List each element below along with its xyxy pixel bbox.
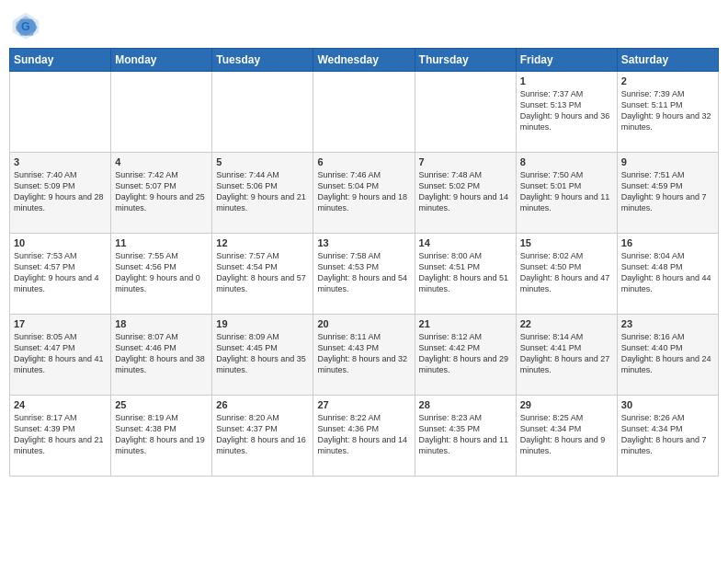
calendar-cell: 15Sunrise: 8:02 AM Sunset: 4:50 PM Dayli…	[516, 234, 617, 315]
calendar-cell: 1Sunrise: 7:37 AM Sunset: 5:13 PM Daylig…	[516, 72, 617, 153]
day-info: Sunrise: 7:42 AM Sunset: 5:07 PM Dayligh…	[115, 169, 208, 214]
day-info: Sunrise: 7:57 AM Sunset: 4:54 PM Dayligh…	[216, 250, 309, 295]
col-header-monday: Monday	[111, 49, 212, 72]
calendar-cell: 13Sunrise: 7:58 AM Sunset: 4:53 PM Dayli…	[313, 234, 415, 315]
logo: G	[9, 9, 46, 42]
calendar-cell: 28Sunrise: 8:23 AM Sunset: 4:35 PM Dayli…	[415, 396, 516, 477]
day-number: 20	[317, 318, 410, 329]
calendar-cell: 24Sunrise: 8:17 AM Sunset: 4:39 PM Dayli…	[10, 396, 111, 477]
day-info: Sunrise: 7:48 AM Sunset: 5:02 PM Dayligh…	[419, 169, 512, 214]
day-info: Sunrise: 8:20 AM Sunset: 4:37 PM Dayligh…	[216, 412, 309, 457]
day-number: 4	[115, 156, 208, 167]
calendar-cell: 22Sunrise: 8:14 AM Sunset: 4:41 PM Dayli…	[516, 315, 617, 396]
calendar-cell: 26Sunrise: 8:20 AM Sunset: 4:37 PM Dayli…	[212, 396, 313, 477]
day-number: 25	[115, 399, 208, 410]
calendar-cell: 11Sunrise: 7:55 AM Sunset: 4:56 PM Dayli…	[111, 234, 212, 315]
calendar-cell: 19Sunrise: 8:09 AM Sunset: 4:45 PM Dayli…	[212, 315, 313, 396]
col-header-friday: Friday	[516, 49, 617, 72]
day-number: 15	[520, 237, 613, 248]
day-number: 1	[520, 75, 613, 86]
calendar-cell: 27Sunrise: 8:22 AM Sunset: 4:36 PM Dayli…	[313, 396, 415, 477]
calendar-cell: 16Sunrise: 8:04 AM Sunset: 4:48 PM Dayli…	[617, 234, 718, 315]
day-info: Sunrise: 8:25 AM Sunset: 4:34 PM Dayligh…	[520, 412, 613, 457]
calendar-cell: 2Sunrise: 7:39 AM Sunset: 5:11 PM Daylig…	[617, 72, 718, 153]
day-number: 8	[520, 156, 613, 167]
day-number: 2	[621, 75, 714, 86]
col-header-sunday: Sunday	[10, 49, 111, 72]
day-number: 11	[115, 237, 208, 248]
day-number: 30	[621, 399, 714, 410]
day-number: 12	[216, 237, 309, 248]
day-number: 18	[115, 318, 208, 329]
calendar-cell	[313, 72, 415, 153]
day-info: Sunrise: 7:53 AM Sunset: 4:57 PM Dayligh…	[14, 250, 107, 295]
day-info: Sunrise: 7:37 AM Sunset: 5:13 PM Dayligh…	[520, 88, 613, 133]
day-info: Sunrise: 8:09 AM Sunset: 4:45 PM Dayligh…	[216, 331, 309, 376]
col-header-thursday: Thursday	[415, 49, 516, 72]
calendar-cell: 7Sunrise: 7:48 AM Sunset: 5:02 PM Daylig…	[415, 153, 516, 234]
day-info: Sunrise: 7:58 AM Sunset: 4:53 PM Dayligh…	[317, 250, 410, 295]
calendar-cell: 5Sunrise: 7:44 AM Sunset: 5:06 PM Daylig…	[212, 153, 313, 234]
day-info: Sunrise: 7:51 AM Sunset: 4:59 PM Dayligh…	[621, 169, 714, 214]
day-info: Sunrise: 8:12 AM Sunset: 4:42 PM Dayligh…	[419, 331, 512, 376]
day-number: 14	[419, 237, 512, 248]
day-number: 10	[14, 237, 107, 248]
day-number: 19	[216, 318, 309, 329]
day-info: Sunrise: 8:02 AM Sunset: 4:50 PM Dayligh…	[520, 250, 613, 295]
header: G	[9, 9, 719, 42]
day-info: Sunrise: 8:05 AM Sunset: 4:47 PM Dayligh…	[14, 331, 107, 376]
calendar-cell: 25Sunrise: 8:19 AM Sunset: 4:38 PM Dayli…	[111, 396, 212, 477]
calendar-table: SundayMondayTuesdayWednesdayThursdayFrid…	[9, 48, 719, 477]
col-header-wednesday: Wednesday	[313, 49, 415, 72]
col-header-saturday: Saturday	[617, 49, 718, 72]
day-info: Sunrise: 7:39 AM Sunset: 5:11 PM Dayligh…	[621, 88, 714, 133]
day-info: Sunrise: 8:26 AM Sunset: 4:34 PM Dayligh…	[621, 412, 714, 457]
day-number: 22	[520, 318, 613, 329]
day-number: 23	[621, 318, 714, 329]
calendar-cell: 30Sunrise: 8:26 AM Sunset: 4:34 PM Dayli…	[617, 396, 718, 477]
day-info: Sunrise: 8:14 AM Sunset: 4:41 PM Dayligh…	[520, 331, 613, 376]
calendar-cell: 20Sunrise: 8:11 AM Sunset: 4:43 PM Dayli…	[313, 315, 415, 396]
day-info: Sunrise: 8:19 AM Sunset: 4:38 PM Dayligh…	[115, 412, 208, 457]
col-header-tuesday: Tuesday	[212, 49, 313, 72]
day-number: 24	[14, 399, 107, 410]
day-info: Sunrise: 8:22 AM Sunset: 4:36 PM Dayligh…	[317, 412, 410, 457]
day-number: 13	[317, 237, 410, 248]
calendar-cell: 12Sunrise: 7:57 AM Sunset: 4:54 PM Dayli…	[212, 234, 313, 315]
calendar-cell: 3Sunrise: 7:40 AM Sunset: 5:09 PM Daylig…	[10, 153, 111, 234]
svg-text:G: G	[21, 20, 30, 33]
day-info: Sunrise: 8:17 AM Sunset: 4:39 PM Dayligh…	[14, 412, 107, 457]
calendar-cell	[111, 72, 212, 153]
day-info: Sunrise: 7:46 AM Sunset: 5:04 PM Dayligh…	[317, 169, 410, 214]
day-number: 17	[14, 318, 107, 329]
day-info: Sunrise: 7:40 AM Sunset: 5:09 PM Dayligh…	[14, 169, 107, 214]
calendar-cell	[415, 72, 516, 153]
day-number: 27	[317, 399, 410, 410]
day-number: 26	[216, 399, 309, 410]
day-number: 21	[419, 318, 512, 329]
calendar-cell: 6Sunrise: 7:46 AM Sunset: 5:04 PM Daylig…	[313, 153, 415, 234]
day-info: Sunrise: 8:16 AM Sunset: 4:40 PM Dayligh…	[621, 331, 714, 376]
day-info: Sunrise: 8:04 AM Sunset: 4:48 PM Dayligh…	[621, 250, 714, 295]
calendar-cell: 29Sunrise: 8:25 AM Sunset: 4:34 PM Dayli…	[516, 396, 617, 477]
day-info: Sunrise: 7:44 AM Sunset: 5:06 PM Dayligh…	[216, 169, 309, 214]
day-info: Sunrise: 8:11 AM Sunset: 4:43 PM Dayligh…	[317, 331, 410, 376]
calendar-cell	[212, 72, 313, 153]
day-info: Sunrise: 8:07 AM Sunset: 4:46 PM Dayligh…	[115, 331, 208, 376]
calendar-cell: 17Sunrise: 8:05 AM Sunset: 4:47 PM Dayli…	[10, 315, 111, 396]
calendar-cell: 10Sunrise: 7:53 AM Sunset: 4:57 PM Dayli…	[10, 234, 111, 315]
day-info: Sunrise: 8:00 AM Sunset: 4:51 PM Dayligh…	[419, 250, 512, 295]
day-number: 16	[621, 237, 714, 248]
calendar-cell: 23Sunrise: 8:16 AM Sunset: 4:40 PM Dayli…	[617, 315, 718, 396]
calendar-cell: 14Sunrise: 8:00 AM Sunset: 4:51 PM Dayli…	[415, 234, 516, 315]
day-number: 6	[317, 156, 410, 167]
day-info: Sunrise: 7:50 AM Sunset: 5:01 PM Dayligh…	[520, 169, 613, 214]
day-number: 5	[216, 156, 309, 167]
calendar-cell: 21Sunrise: 8:12 AM Sunset: 4:42 PM Dayli…	[415, 315, 516, 396]
calendar-cell: 18Sunrise: 8:07 AM Sunset: 4:46 PM Dayli…	[111, 315, 212, 396]
logo-icon: G	[9, 9, 42, 42]
calendar-cell	[10, 72, 111, 153]
calendar-cell: 9Sunrise: 7:51 AM Sunset: 4:59 PM Daylig…	[617, 153, 718, 234]
day-number: 3	[14, 156, 107, 167]
calendar-cell: 4Sunrise: 7:42 AM Sunset: 5:07 PM Daylig…	[111, 153, 212, 234]
